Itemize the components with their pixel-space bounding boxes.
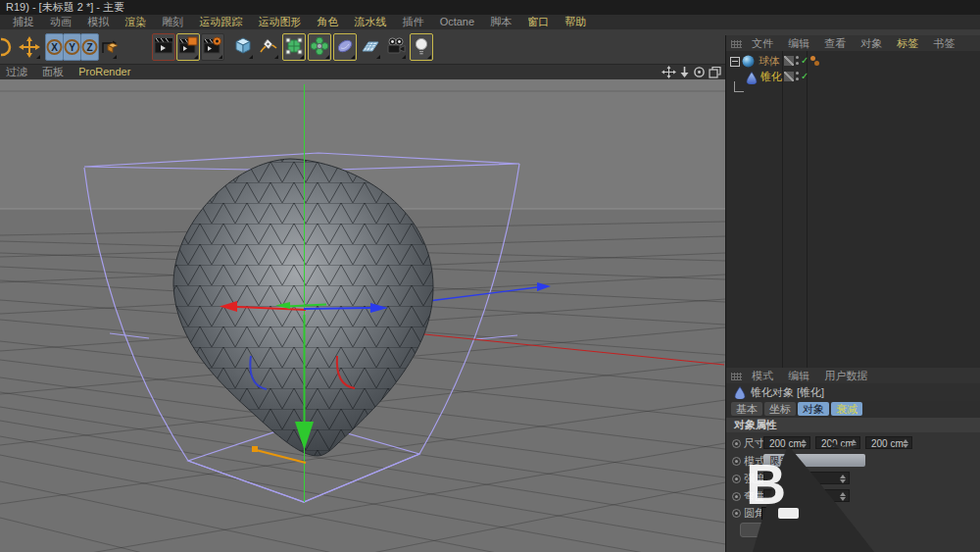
phong-tag-icon[interactable] (810, 56, 822, 67)
menu-mograph[interactable]: 运动图形 (258, 16, 301, 27)
subdivision-surface-icon[interactable] (282, 33, 306, 61)
keyframe-circle-icon[interactable] (732, 509, 741, 518)
light-object-icon[interactable] (410, 33, 433, 61)
edit-render-settings-icon[interactable] (201, 33, 224, 61)
layer-toggle-icon[interactable] (784, 56, 794, 66)
render-to-picture-viewer-icon[interactable] (176, 33, 200, 61)
mode-dropdown[interactable]: 限制 (763, 454, 865, 467)
cinema4d-window: R19) - [未标题 2 *] - 主要 捕捉 动画 模拟 渲染 雕刻 运动跟… (0, 0, 980, 552)
object-row-taper[interactable]: 锥化 ✓ (726, 69, 980, 84)
curvature-label: 弯曲 (744, 489, 765, 503)
panel-grip-icon[interactable] (731, 40, 742, 48)
object-title-text: 锥化对象 [锥化] (751, 383, 824, 401)
attribute-object-title: 锥化对象 [锥化] (726, 383, 980, 401)
main-menu-bar: 捕捉 动画 模拟 渲染 雕刻 运动跟踪 运动图形 角色 流水线 插件 Octan… (0, 15, 980, 29)
taper-icon (734, 386, 746, 399)
object-label[interactable]: 球体 (759, 53, 780, 69)
pan-view-icon[interactable] (662, 66, 676, 78)
visibility-dots-icon[interactable] (796, 56, 799, 66)
stepper-icon[interactable] (801, 439, 808, 448)
panel-grip-icon[interactable] (731, 373, 742, 380)
stepper-icon[interactable] (840, 492, 847, 501)
am-menu-userdata[interactable]: 用户数据 (824, 370, 867, 381)
layer-toggle-icon[interactable] (784, 72, 794, 81)
strength-row: 强度 % (726, 472, 980, 487)
keyframe-circle-icon[interactable] (732, 475, 741, 483)
menu-render[interactable]: 渲染 (124, 16, 146, 27)
om-menu-file[interactable]: 文件 (752, 37, 773, 49)
camera-object-icon[interactable] (384, 33, 408, 61)
object-row-sphere[interactable]: 球体 ✓ (726, 53, 980, 69)
menu-animate[interactable]: 动画 (50, 16, 72, 27)
expand-toggle-icon[interactable] (730, 57, 740, 67)
menu-character[interactable]: 角色 (317, 16, 338, 27)
keyframe-circle-icon[interactable] (732, 457, 741, 466)
menu-snap[interactable]: 捕捉 (13, 16, 34, 27)
menu-script[interactable]: 脚本 (490, 16, 512, 27)
coordinate-system-icon[interactable] (98, 33, 119, 61)
rotate-tool-icon[interactable] (0, 33, 15, 61)
toggle-view-icon[interactable] (709, 66, 721, 78)
keyframe-circle-icon[interactable] (732, 439, 741, 448)
om-menu-objects[interactable]: 对象 (860, 37, 882, 49)
size-x-field[interactable]: 200 cm (763, 436, 810, 449)
viewport-menu-panel[interactable]: 面板 (42, 66, 64, 77)
am-menu-mode[interactable]: 模式 (752, 370, 773, 381)
spline-pen-icon[interactable] (257, 33, 280, 61)
stepper-icon[interactable] (851, 439, 858, 448)
fit-to-parent-button[interactable]: 匹配到父级 (740, 523, 832, 537)
viewport-3d-scene[interactable] (0, 79, 725, 552)
menu-help[interactable]: 帮助 (564, 16, 586, 27)
visibility-dots-icon[interactable] (796, 72, 799, 81)
curvature-field[interactable] (763, 489, 850, 502)
size-row: 尺寸 200 cm 200 cm 200 cm (726, 436, 980, 452)
attribute-manager-menu: 模式 编辑 用户数据 (726, 368, 980, 383)
object-label[interactable]: 锥化 (760, 69, 782, 84)
menu-simulate[interactable]: 模拟 (87, 16, 109, 27)
tab-coordinates[interactable]: 坐标 (764, 402, 796, 416)
spline-primitive-icon[interactable] (333, 33, 357, 61)
enabled-check-icon[interactable]: ✓ (801, 69, 808, 84)
menu-window[interactable]: 窗口 (527, 16, 549, 27)
add-cube-primitive-icon[interactable] (231, 33, 255, 61)
menu-motion-tracker[interactable]: 运动跟踪 (199, 16, 242, 27)
title-bar: R19) - [未标题 2 *] - 主要 (0, 0, 980, 15)
lock-z-axis-button[interactable]: Z (80, 33, 99, 61)
size-z-field[interactable]: 200 cm (865, 436, 912, 449)
move-tool-icon[interactable] (17, 33, 42, 61)
tab-basic[interactable]: 基本 (731, 402, 762, 416)
menu-sculpt[interactable]: 雕刻 (162, 16, 183, 27)
lock-y-axis-button[interactable]: Y (63, 33, 81, 61)
tab-falloff[interactable]: 衰减 (831, 402, 862, 416)
attribute-rows: 尺寸 200 cm 200 cm 200 cm 模式 限制 强度 % (726, 432, 980, 552)
window-title: R19) - [未标题 2 *] - 主要 (6, 1, 124, 13)
viewport-menu-filter[interactable]: 过滤 (6, 66, 27, 77)
viewport-menu-prorender[interactable]: ProRender (78, 66, 130, 77)
mode-label: 模式 (744, 454, 765, 468)
om-menu-tags[interactable]: 标签 (897, 37, 918, 49)
floor-object-icon[interactable] (359, 33, 382, 61)
keyframe-circle-icon[interactable] (732, 492, 741, 501)
menu-pipeline[interactable]: 流水线 (355, 16, 387, 27)
om-menu-edit[interactable]: 编辑 (788, 37, 809, 49)
rotate-view-icon[interactable] (693, 66, 706, 78)
stepper-icon[interactable] (903, 439, 909, 448)
fillet-checkbox[interactable] (761, 507, 774, 520)
lock-x-axis-button[interactable]: X (45, 33, 64, 61)
enabled-check-icon[interactable]: ✓ (801, 53, 808, 69)
size-y-field[interactable]: 200 cm (815, 436, 860, 449)
menu-plugins[interactable]: 插件 (403, 16, 424, 27)
stepper-icon[interactable] (840, 475, 847, 483)
strength-field[interactable]: % (763, 472, 850, 484)
fillet-row: 圆角 (726, 506, 980, 522)
deformer-icon[interactable] (308, 33, 331, 61)
zoom-view-icon[interactable] (679, 66, 690, 78)
y-axis-label: Y (69, 42, 75, 53)
om-menu-bookmarks[interactable]: 书签 (933, 37, 955, 49)
menu-octane[interactable]: Octane (440, 16, 474, 27)
attribute-tabs: 基本 坐标 对象 衰减 (726, 401, 980, 418)
render-view-icon[interactable] (152, 33, 175, 61)
om-menu-view[interactable]: 查看 (824, 37, 846, 49)
am-menu-edit[interactable]: 编辑 (788, 370, 809, 381)
tab-object[interactable]: 对象 (798, 402, 829, 416)
